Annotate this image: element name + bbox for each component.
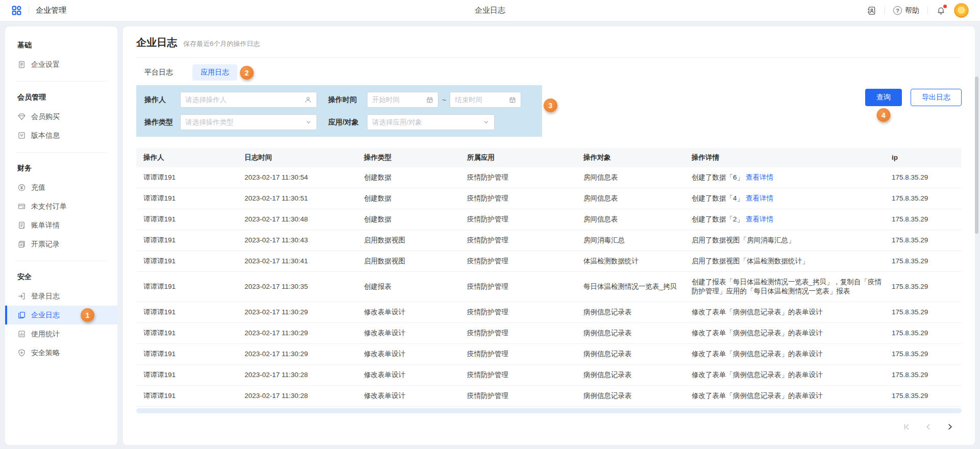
sidebar-item-label: 充值 xyxy=(31,183,45,192)
cell-target: 房间信息表 xyxy=(583,188,692,209)
cell-target: 病例信息记录表 xyxy=(583,302,692,322)
help-label: 帮助 xyxy=(905,6,919,15)
cell-operator: 谭谭谭191 xyxy=(136,230,244,251)
cell-time: 2023-02-17 11:30:48 xyxy=(244,209,364,230)
sidebar-item-member-purchase[interactable]: 会员购买 xyxy=(5,107,117,126)
tab-app-log[interactable]: 应用日志2 xyxy=(192,64,237,81)
query-button[interactable]: 查询 4 xyxy=(865,89,902,106)
sidebar-item-recharge[interactable]: 充值 xyxy=(5,178,117,197)
operator-select[interactable]: 请选择操作人 xyxy=(180,92,317,108)
cell-app: 疫情防护管理 xyxy=(467,365,583,385)
bell-icon[interactable] xyxy=(936,6,946,15)
tab-platform-log[interactable]: 平台日志 xyxy=(136,64,181,81)
sidebar-item-enterprise-settings[interactable]: 企业设置 xyxy=(5,55,117,74)
cell-app: 疫情防护管理 xyxy=(467,323,583,343)
card-icon xyxy=(17,202,26,211)
table-row: 谭谭谭1912023-02-17 11:30:28修改表单设计疫情防护管理病例信… xyxy=(136,386,962,407)
cell-type: 创建报表 xyxy=(364,277,467,297)
sidebar-item-usage-stats[interactable]: 使用统计 xyxy=(5,325,117,343)
view-detail-link[interactable]: 查看详情 xyxy=(746,215,773,223)
cell-time: 2023-02-17 11:30:35 xyxy=(244,277,364,297)
operator-placeholder: 请选择操作人 xyxy=(185,95,301,105)
cell-operator: 谭谭谭191 xyxy=(136,251,244,271)
start-time-input[interactable]: 开始时间 xyxy=(367,92,438,108)
table-row: 谭谭谭1912023-02-17 11:30:29修改表单设计疫情防护管理病例信… xyxy=(136,323,962,344)
detail-text: 修改了表单「病例信息记录表」的表单设计 xyxy=(692,371,823,379)
sidebar-item-label: 安全策略 xyxy=(31,348,60,358)
cell-target: 病例信息记录表 xyxy=(583,344,692,364)
first-page-icon[interactable] xyxy=(902,422,911,431)
log-table: 操作人日志时间操作类型所属应用操作对象操作详情ip谭谭谭1912023-02-1… xyxy=(136,148,962,407)
cell-operator: 谭谭谭191 xyxy=(136,167,244,188)
table-header-cell: 日志时间 xyxy=(244,148,364,167)
type-select[interactable]: 请选择操作类型 xyxy=(180,114,317,130)
sidebar-item-unpaid-orders[interactable]: 未支付订单 xyxy=(5,197,117,216)
page-subtitle: 保存最近6个月的操作日志 xyxy=(183,39,260,48)
type-placeholder: 请选择操作类型 xyxy=(185,118,302,127)
sidebar-item-enterprise-log[interactable]: 企业日志 1 xyxy=(5,306,117,325)
export-log-button[interactable]: 导出日志 xyxy=(911,89,962,106)
cell-type: 修改表单设计 xyxy=(364,323,467,343)
cell-ip: 175.8.35.29 xyxy=(892,251,962,271)
sidebar-item-label: 会员购买 xyxy=(31,112,60,121)
sidebar-section-title: 会员管理 xyxy=(5,89,117,107)
cell-detail: 创建了数据「6」查看详情 xyxy=(692,167,892,188)
cell-target: 每日体温检测情况一览表_拷贝 xyxy=(583,277,692,297)
app-object-placeholder: 请选择应用/对象 xyxy=(372,118,480,127)
cell-ip: 175.8.35.29 xyxy=(892,230,962,251)
cell-ip: 175.8.35.29 xyxy=(892,167,962,188)
cell-detail: 启用了数据视图「房间消毒汇总」 xyxy=(692,230,892,251)
contacts-icon[interactable] xyxy=(866,6,876,16)
table-row: 谭谭谭1912023-02-17 11:30:54创建数据疫情防护管理房间信息表… xyxy=(136,167,962,188)
user-avatar[interactable] xyxy=(954,3,969,18)
view-detail-link[interactable]: 查看详情 xyxy=(746,194,773,202)
copy-icon xyxy=(17,311,26,319)
sidebar-item-version-info[interactable]: 版本信息 xyxy=(5,126,117,145)
cell-detail: 修改了表单「病例信息记录表」的表单设计 xyxy=(692,302,892,322)
cell-ip: 175.8.35.29 xyxy=(892,302,962,322)
cell-time: 2023-02-17 11:30:29 xyxy=(244,344,364,364)
table-row: 谭谭谭1912023-02-17 11:30:43启用数据视图疫情防护管理房间消… xyxy=(136,230,962,251)
export-button-label: 导出日志 xyxy=(922,93,950,102)
cell-app: 疫情防护管理 xyxy=(467,209,583,230)
table-row: 谭谭谭1912023-02-17 11:30:29修改表单设计疫情防护管理病例信… xyxy=(136,302,962,323)
apps-grid-icon[interactable] xyxy=(11,5,22,16)
detail-text: 创建了数据「4」 xyxy=(692,194,744,202)
sidebar-item-security-policy[interactable]: 安全策略 xyxy=(5,343,117,362)
table-row: 谭谭谭1912023-02-17 11:30:35创建报表疫情防护管理每日体温检… xyxy=(136,272,962,302)
table-header-cell: 操作对象 xyxy=(583,148,692,167)
sidebar-item-label: 企业日志 xyxy=(31,311,60,320)
cell-type: 创建数据 xyxy=(364,167,467,188)
bill-icon xyxy=(17,221,26,230)
tab-label: 应用日志 xyxy=(201,68,229,76)
app-title: 企业管理 xyxy=(36,6,66,15)
end-time-input[interactable]: 结束时间 xyxy=(450,92,521,108)
sidebar-item-invoice-records[interactable]: 开票记录 xyxy=(5,235,117,254)
view-detail-link[interactable]: 查看详情 xyxy=(746,173,773,181)
cell-detail: 修改了表单「病例信息记录表」的表单设计 xyxy=(692,365,892,385)
cell-detail: 修改了表单「病例信息记录表」的表单设计 xyxy=(692,323,892,343)
sidebar-item-bill-details[interactable]: 账单详情 xyxy=(5,216,117,235)
cell-app: 疫情防护管理 xyxy=(467,230,583,251)
horizontal-scrollbar[interactable] xyxy=(136,408,962,413)
cell-time: 2023-02-17 11:30:43 xyxy=(244,230,364,251)
cell-type: 创建数据 xyxy=(364,188,467,209)
chevron-down-icon xyxy=(305,119,312,126)
cell-target: 房间信息表 xyxy=(583,209,692,230)
cell-target: 病例信息记录表 xyxy=(583,323,692,343)
vertical-scrollbar[interactable] xyxy=(975,77,978,234)
prev-page-icon[interactable] xyxy=(924,422,933,431)
cell-time: 2023-02-17 11:30:29 xyxy=(244,323,364,343)
help-button[interactable]: 帮助 xyxy=(893,6,919,15)
sidebar-section-title: 基础 xyxy=(5,37,117,55)
gem-icon xyxy=(17,112,26,121)
tab-label: 平台日志 xyxy=(144,68,173,76)
sidebar-item-label: 账单详情 xyxy=(31,221,60,230)
sidebar-section-title: 财务 xyxy=(5,160,117,178)
sidebar-item-login-log[interactable]: 登录日志 xyxy=(5,287,117,306)
sidebar-item-label: 开票记录 xyxy=(31,240,60,249)
app-object-select[interactable]: 请选择应用/对象 xyxy=(367,114,495,130)
step-badge-4: 4 xyxy=(877,108,891,122)
next-page-icon[interactable] xyxy=(946,422,954,431)
cell-detail: 启用了数据视图「体温检测数据统计」 xyxy=(692,251,892,271)
